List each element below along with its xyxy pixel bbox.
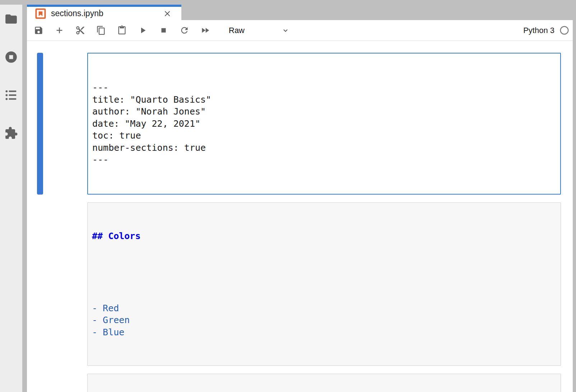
kernel-name[interactable]: Python 3 <box>523 26 554 35</box>
cell-collapser[interactable] <box>37 374 43 392</box>
restart-icon <box>180 25 189 35</box>
cell-prompt <box>43 53 87 195</box>
copy-cells-button[interactable] <box>95 25 107 36</box>
activity-sidebar <box>0 5 22 392</box>
tab-sections-ipynb[interactable]: sections.ipynb <box>27 5 181 20</box>
sidebar-item-file-browser[interactable] <box>4 12 18 26</box>
sidebar-splitter[interactable] <box>22 5 27 392</box>
puzzle-icon <box>4 126 18 140</box>
stop-circle-icon <box>4 50 18 64</box>
interrupt-kernel-button[interactable] <box>158 25 169 36</box>
notebook-content: --- title: "Quarto Basics" author: "Nora… <box>27 41 573 392</box>
restart-run-all-button[interactable] <box>199 25 211 36</box>
stop-icon <box>159 25 168 35</box>
markdown-cell-editor[interactable]: ## Colors - Red - Green - Blue <box>87 202 561 366</box>
cell-type-value: Raw <box>229 26 245 35</box>
raw-cell-editor[interactable]: --- title: "Quarto Basics" author: "Nora… <box>87 53 561 195</box>
sidebar-item-table-of-contents[interactable] <box>4 88 18 102</box>
cell-type-dropdown[interactable]: Raw <box>229 26 290 35</box>
scissors-icon <box>75 25 85 35</box>
paste-cells-button[interactable] <box>116 25 127 36</box>
markdown-heading: ## Colors <box>92 230 557 242</box>
blank-line <box>92 266 557 278</box>
cut-cells-button[interactable] <box>74 25 86 36</box>
window-right-edge <box>573 0 576 392</box>
notebook-toolbar: Raw Python 3 <box>27 20 573 41</box>
sidebar-item-extensions[interactable] <box>4 126 18 140</box>
save-icon <box>34 25 43 35</box>
notebook-icon <box>35 8 46 19</box>
plus-icon <box>55 25 64 35</box>
markdown-cell-colors: ## Colors - Red - Green - Blue <box>37 202 573 366</box>
markdown-cell-shapes: ## Shapes - Square - Circle - Triangle <box>37 374 573 392</box>
restart-kernel-button[interactable] <box>178 25 190 36</box>
kernel-idle-circle-icon <box>559 25 569 35</box>
kernel-indicator: Python 3 <box>523 25 569 35</box>
save-button[interactable] <box>33 25 44 36</box>
insert-cell-button[interactable] <box>54 25 65 36</box>
markdown-cell-editor[interactable]: ## Shapes - Square - Circle - Triangle <box>87 374 561 392</box>
markdown-list: - Red - Green - Blue <box>92 302 557 339</box>
folder-icon <box>4 12 18 26</box>
chevron-down-icon <box>281 26 290 35</box>
fast-forward-icon <box>200 25 210 35</box>
clipboard-icon <box>117 25 127 35</box>
raw-cell-frontmatter: --- title: "Quarto Basics" author: "Nora… <box>37 53 573 195</box>
tab-title: sections.ipynb <box>51 9 103 18</box>
cell-collapser[interactable] <box>37 202 43 366</box>
sidebar-item-running-sessions[interactable] <box>4 50 18 64</box>
copy-icon <box>96 25 106 35</box>
run-cell-button[interactable] <box>137 25 148 36</box>
close-icon[interactable] <box>163 9 172 18</box>
raw-cell-source: --- title: "Quarto Basics" author: "Nora… <box>92 81 557 166</box>
cell-prompt <box>43 202 87 366</box>
notebook-panel: sections.ipynb <box>27 0 573 392</box>
cell-collapser[interactable] <box>37 53 43 195</box>
play-icon <box>138 25 148 35</box>
cell-prompt <box>43 374 87 392</box>
list-icon <box>4 88 18 102</box>
